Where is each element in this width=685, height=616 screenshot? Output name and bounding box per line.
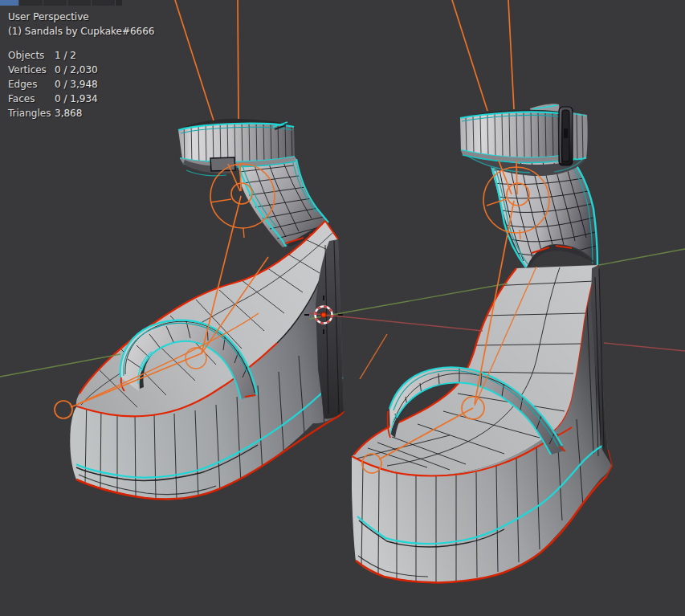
stat-row-faces: Faces 0 / 1,934 <box>8 92 154 106</box>
tab-segment[interactable] <box>92 0 116 6</box>
tab-segment-active[interactable] <box>0 0 19 6</box>
mesh-object-sandal-left[interactable] <box>70 119 344 500</box>
header-tab-strip[interactable] <box>0 0 122 6</box>
tab-segment[interactable] <box>19 0 43 6</box>
stat-row-edges: Edges 0 / 3,948 <box>8 77 154 92</box>
viewport-3d[interactable]: User Perspective (1) Sandals by Cupkake#… <box>0 0 685 616</box>
tab-segment[interactable] <box>67 0 92 6</box>
mesh-object-sandal-right[interactable] <box>352 104 612 582</box>
stat-row-vertices: Vertices 0 / 2,030 <box>8 63 154 77</box>
buckle-right <box>559 107 573 165</box>
tab-segment[interactable] <box>43 0 67 6</box>
stat-row-triangles: Triangles 3,868 <box>8 106 154 120</box>
statistics-panel: Objects 1 / 2 Vertices 0 / 2,030 Edges 0… <box>8 48 154 120</box>
stat-row-objects: Objects 1 / 2 <box>8 48 154 63</box>
view-perspective-label: User Perspective <box>8 10 154 24</box>
viewport-overlay-stats: User Perspective (1) Sandals by Cupkake#… <box>8 10 154 120</box>
ankle-cuff-right <box>460 104 588 176</box>
active-object-label: (1) Sandals by Cupkake#6666 <box>8 24 154 39</box>
